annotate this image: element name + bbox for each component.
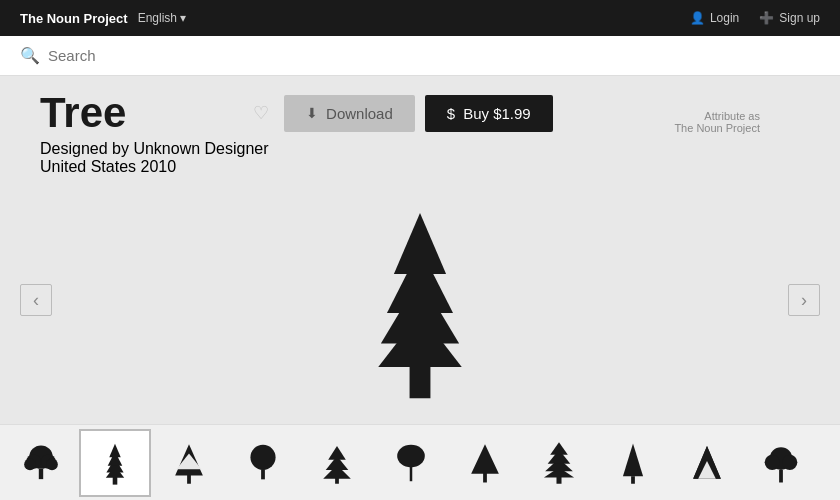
add-user-icon: ➕ (759, 11, 774, 25)
svg-point-41 (765, 454, 780, 469)
svg-marker-15 (109, 443, 120, 456)
svg-point-19 (250, 444, 275, 469)
svg-rect-27 (483, 472, 487, 482)
thumb-item[interactable] (5, 429, 77, 497)
svg-rect-8 (39, 468, 43, 478)
download-icon: ⬇ (306, 105, 318, 121)
thumb-item[interactable] (227, 429, 299, 497)
svg-rect-20 (261, 469, 265, 479)
top-navigation: The Noun Project English ▾ 👤 Login ➕ Sig… (0, 0, 840, 36)
svg-rect-26 (410, 466, 413, 481)
dollar-icon: $ (447, 105, 455, 122)
svg-point-10 (46, 458, 58, 470)
svg-point-25 (397, 444, 425, 467)
action-buttons: ♡ ⬇ Download $ Buy $1.99 (248, 92, 553, 134)
thumb-item[interactable] (523, 429, 595, 497)
signup-link[interactable]: ➕ Sign up (759, 11, 820, 25)
thumb-item[interactable] (375, 429, 447, 497)
download-button[interactable]: ⬇ Download (284, 95, 415, 132)
icon-title: Tree (40, 92, 126, 134)
next-arrow-button[interactable]: › (788, 284, 820, 316)
main-content: Tree ♡ ⬇ Download $ Buy $1.99 Attribute … (0, 76, 840, 424)
svg-rect-39 (779, 469, 783, 482)
designer-name: Designed by Unknown Designer (40, 140, 800, 158)
svg-marker-18 (176, 453, 201, 469)
thumb-item[interactable] (745, 429, 817, 497)
attribute-line1: Attribute as (674, 110, 760, 122)
thumb-item[interactable] (671, 429, 743, 497)
svg-rect-11 (113, 476, 118, 484)
icon-display-area: ‹ › (0, 176, 840, 424)
logo-text: The Noun Project (20, 11, 128, 26)
chevron-down-icon: ▾ (180, 11, 186, 25)
thumb-item[interactable] (597, 429, 669, 497)
user-icon: 👤 (690, 11, 705, 25)
thumb-item[interactable] (449, 429, 521, 497)
favorite-button[interactable]: ♡ (248, 97, 274, 129)
svg-marker-33 (550, 442, 568, 455)
thumb-item-active[interactable] (79, 429, 151, 497)
svg-marker-24 (328, 446, 346, 460)
icon-title-area: Tree (40, 92, 126, 134)
search-icon: 🔍 (20, 46, 40, 65)
attribute-area: Attribute as The Noun Project (674, 92, 800, 134)
site-logo: The Noun Project English ▾ (20, 11, 186, 26)
thumbnail-strip (0, 424, 840, 500)
svg-marker-4 (394, 213, 446, 274)
svg-point-9 (24, 458, 36, 470)
svg-marker-35 (623, 443, 643, 476)
search-bar: 🔍 (0, 36, 840, 76)
nav-right: 👤 Login ➕ Sign up (690, 11, 820, 25)
svg-marker-28 (471, 444, 499, 474)
country-year: United States 2010 (40, 158, 800, 176)
thumb-item[interactable] (301, 429, 373, 497)
designer-info: Designed by Unknown Designer United Stat… (0, 134, 840, 176)
attribute-line2: The Noun Project (674, 122, 760, 134)
buy-button[interactable]: $ Buy $1.99 (425, 95, 553, 132)
main-icon-image (330, 200, 510, 400)
svg-rect-16 (187, 474, 191, 483)
search-input[interactable] (48, 47, 348, 64)
thumb-item[interactable] (153, 429, 225, 497)
svg-rect-0 (410, 363, 431, 398)
svg-rect-34 (631, 476, 635, 484)
login-link[interactable]: 👤 Login (690, 11, 739, 25)
language-selector[interactable]: English ▾ (138, 11, 186, 25)
prev-arrow-button[interactable]: ‹ (20, 284, 52, 316)
svg-point-42 (782, 454, 797, 469)
